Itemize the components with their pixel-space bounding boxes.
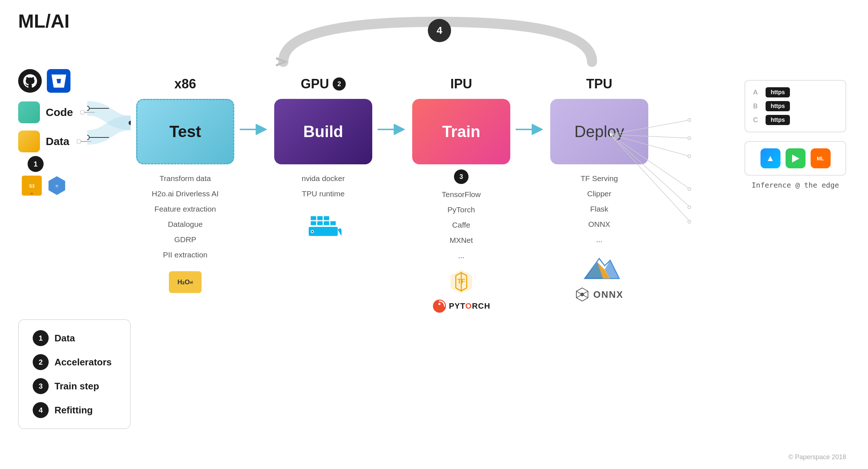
stage-ipu: IPU Train 3 TensorFlowPyTorchCaffeMXNet.… xyxy=(407,76,516,313)
code-icon xyxy=(18,101,40,123)
ipu-description: TensorFlowPyTorchCaffeMXNet... xyxy=(442,187,480,263)
legend-box: 1 Data 2 Accelerators 3 Train step 4 Ref… xyxy=(18,319,131,429)
svg-rect-21 xyxy=(324,221,329,225)
svg-point-50 xyxy=(688,155,691,158)
https-item-b: B https xyxy=(753,101,837,111)
source-section: Code Data 1 S3 ≡ xyxy=(18,69,95,196)
pytorch-logo: PYTORCH xyxy=(432,299,490,313)
x86-description: Transform dataH2o.ai Driverless AIFeatur… xyxy=(152,171,219,262)
svg-rect-18 xyxy=(324,216,329,220)
svg-rect-22 xyxy=(330,221,336,225)
svg-text:S3: S3 xyxy=(29,184,35,189)
legend-badge-4: 4 xyxy=(33,402,49,418)
https-letter-b: B xyxy=(753,103,760,110)
stage-x86: x86 Test Transform dataH2o.ai Driverless… xyxy=(131,76,240,293)
legend-badge-3: 3 xyxy=(33,378,49,394)
fan-connector xyxy=(87,94,131,152)
tpu-label: TPU xyxy=(586,76,612,92)
legend-label-4: Refitting xyxy=(54,405,93,416)
https-group: A https B https C https xyxy=(745,80,846,132)
train-box: Train xyxy=(412,99,510,164)
svg-rect-19 xyxy=(311,221,316,225)
build-box: Build xyxy=(274,99,372,164)
svg-point-24 xyxy=(312,231,313,232)
data-label: Data xyxy=(46,135,69,148)
svg-line-40 xyxy=(582,294,588,298)
tensorflow-logo: TF xyxy=(449,269,474,296)
bitbucket-icon xyxy=(47,69,70,93)
legend-label-3: Train step xyxy=(54,381,99,392)
page-title: ML/AI xyxy=(18,10,70,32)
svg-line-37 xyxy=(576,291,582,294)
pipeline-container: x86 Test Transform dataH2o.ai Driverless… xyxy=(131,76,654,313)
arrow-3 xyxy=(516,97,545,162)
https-badge-a: https xyxy=(766,87,790,97)
ipu-label: IPU xyxy=(450,76,472,92)
legend-item-2: 2 Accelerators xyxy=(33,354,116,370)
h2o-logo: H₂Oai xyxy=(169,271,202,293)
hexagon-icon: ≡ xyxy=(47,176,67,196)
arrow-1 xyxy=(240,97,269,162)
svg-line-44 xyxy=(610,135,690,189)
https-letter-c: C xyxy=(753,116,760,124)
legend-label-2: Accelerators xyxy=(54,357,112,368)
edge-group: ML xyxy=(745,141,846,176)
tpu-to-inference-lines xyxy=(610,102,748,229)
train-badge-3: 3 xyxy=(454,169,469,184)
x86-label: x86 xyxy=(174,76,196,92)
legend-item-3: 3 Train step xyxy=(33,378,116,394)
svg-point-12 xyxy=(87,135,89,140)
clipper-logo xyxy=(577,253,621,284)
refitting-badge: 4 xyxy=(428,19,451,42)
github-icon xyxy=(18,69,42,93)
svg-line-46 xyxy=(610,135,690,222)
legend-item-1: 1 Data xyxy=(33,330,116,346)
test-box: Test xyxy=(136,99,234,164)
legend-badge-2: 2 xyxy=(33,354,49,370)
docker-logo xyxy=(303,212,343,246)
legend-item-4: 4 Refitting xyxy=(33,402,116,418)
svg-line-38 xyxy=(582,291,588,294)
s3-icon: S3 xyxy=(22,176,42,196)
legend-badge-1: 1 xyxy=(33,330,49,346)
onnx-logo: ONNX xyxy=(575,287,623,302)
data-icon xyxy=(18,131,40,152)
svg-line-39 xyxy=(576,294,582,298)
svg-text:≡: ≡ xyxy=(56,183,58,189)
code-item: Code xyxy=(18,101,95,123)
svg-point-52 xyxy=(688,206,691,209)
https-letter-a: A xyxy=(753,89,760,96)
https-badge-c: https xyxy=(766,115,790,125)
svg-rect-17 xyxy=(317,216,323,220)
inference-section: A https B https C https xyxy=(745,80,846,189)
copyright: © Paperspace 2018 xyxy=(788,453,846,461)
gpu-badge: 2 xyxy=(333,77,346,91)
svg-line-41 xyxy=(610,120,690,135)
svg-point-0 xyxy=(80,110,85,115)
code-label: Code xyxy=(46,106,73,119)
arrow-2 xyxy=(378,97,407,162)
svg-point-47 xyxy=(610,133,612,136)
data-badge: 1 xyxy=(28,156,44,172)
https-badge-b: https xyxy=(766,101,790,111)
legend-label-1: Data xyxy=(54,333,75,344)
https-item-c: C https xyxy=(753,115,837,125)
svg-text:TF: TF xyxy=(457,278,465,285)
svg-point-48 xyxy=(688,119,691,121)
inference-label: Inference @ the edge xyxy=(745,181,846,189)
svg-point-53 xyxy=(688,220,691,223)
svg-point-2 xyxy=(77,139,81,144)
svg-point-6 xyxy=(31,193,33,195)
svg-point-49 xyxy=(688,137,691,140)
ml-kit-icon: ML xyxy=(811,148,831,168)
gpu-description: nvida dockerTPU runtime xyxy=(301,171,345,201)
app-store-icon xyxy=(760,148,780,168)
stage-gpu: GPU 2 Build nvida dockerTPU runtime xyxy=(269,76,378,246)
svg-rect-16 xyxy=(311,216,316,220)
gpu-label: GPU 2 xyxy=(301,76,346,92)
svg-point-29 xyxy=(438,303,441,305)
svg-rect-20 xyxy=(317,221,323,225)
data-item: Data xyxy=(18,131,95,152)
svg-point-10 xyxy=(87,106,89,111)
https-item-a: A https xyxy=(753,87,837,97)
